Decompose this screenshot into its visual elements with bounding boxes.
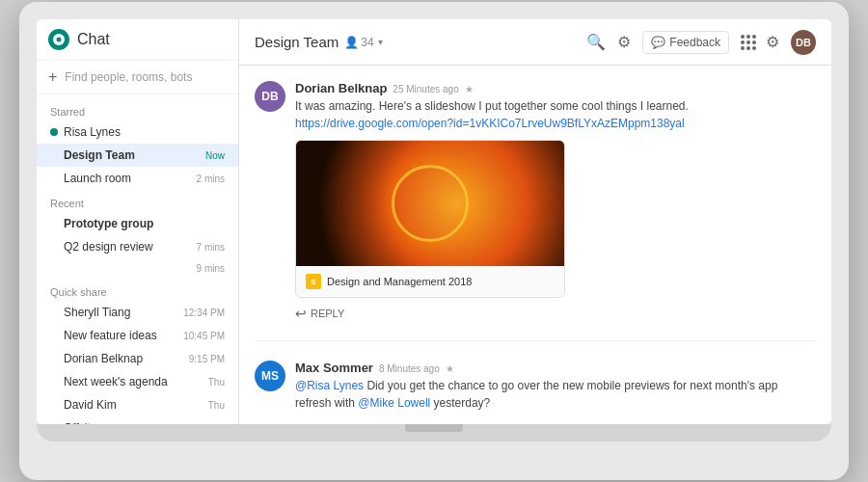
- sidebar-item-next-weeks-agenda[interactable]: Next week's agenda Thu: [37, 370, 238, 393]
- sidebar-search[interactable]: + Find people, rooms, bots: [37, 61, 238, 94]
- avatar: DB: [255, 81, 285, 112]
- sidebar-item-time: 9:15 PM: [189, 354, 225, 364]
- sidebar-item-time: Thu: [208, 400, 225, 411]
- message-group: MS Max Sommer 8 Minutes ago ★ @Risa Lyne…: [255, 361, 816, 412]
- message-sender: Max Sommer: [295, 361, 373, 375]
- mention: @Risa Lynes: [295, 379, 364, 392]
- settings-icon[interactable]: ⚙: [617, 33, 631, 51]
- message-header: Dorian Belknap 25 Minutes ago ★: [295, 81, 816, 95]
- message-link[interactable]: https://drive.google.com/open?id=1vKKICo…: [295, 117, 685, 130]
- sidebar-item-new-feature-ideas[interactable]: New feature ideas 10:45 PM: [37, 324, 238, 347]
- sidebar-item-time: 7 mins: [197, 242, 225, 253]
- message-time: 8 Minutes ago: [379, 363, 440, 374]
- attachment-footer: S Design and Management 2018: [296, 266, 564, 297]
- person-icon: 👤: [344, 36, 359, 49]
- sidebar-header: Chat: [37, 19, 238, 61]
- sidebar-item-q2-design-review[interactable]: Q2 design review 7 mins: [37, 235, 238, 258]
- star-icon[interactable]: ★: [446, 363, 454, 374]
- message-text: @Risa Lynes Did you get the chance to go…: [295, 377, 816, 412]
- sidebar-item-label: Dorian Belknap: [64, 352, 185, 365]
- sidebar-item-label: David Kim: [64, 398, 204, 412]
- sidebar-item-label: Launch room: [64, 172, 193, 185]
- member-count: 👤 34 ▾: [344, 36, 382, 49]
- sidebar-item-offsite-prep[interactable]: Offsite prep Wed: [37, 416, 238, 424]
- feedback-label: Feedback: [669, 36, 720, 49]
- reply-button[interactable]: ↩ REPLY: [295, 306, 816, 321]
- slides-icon: S: [306, 274, 321, 289]
- divider: [255, 340, 816, 341]
- sidebar: Chat + Find people, rooms, bots Starred …: [37, 19, 239, 424]
- image-attachment: S Design and Management 2018: [295, 140, 565, 298]
- mention: @Mike Lowell: [358, 396, 430, 410]
- sidebar-item-risa-lynes[interactable]: Risa Lynes: [37, 120, 238, 144]
- account-settings-icon[interactable]: ⚙: [766, 33, 779, 51]
- sidebar-item-design-team[interactable]: Design Team Now: [37, 144, 238, 167]
- topbar-actions: 🔍 ⚙ 💬 Feedback ⚙ DB: [586, 30, 816, 55]
- chat-logo-icon: [48, 29, 69, 50]
- sidebar-item-time: 9 mins: [197, 263, 225, 274]
- sidebar-item-time: 12:34 PM: [183, 308, 225, 318]
- laptop-bottom: [37, 424, 831, 442]
- feedback-chat-icon: 💬: [651, 36, 665, 49]
- sidebar-item-label: Risa Lynes: [64, 125, 225, 139]
- quick-share-section-label: Quick share: [37, 279, 238, 301]
- sidebar-content: Starred Risa Lynes Design Team Now Launc…: [37, 94, 238, 424]
- apps-grid-icon[interactable]: [741, 35, 754, 50]
- user-avatar[interactable]: DB: [791, 30, 816, 55]
- recent-section-label: Recent: [37, 190, 238, 212]
- message-text: It was amazing. Here's a slideshow I put…: [295, 97, 816, 132]
- sidebar-item-spacer[interactable]: 9 mins: [37, 258, 238, 279]
- image-preview: [296, 141, 564, 266]
- message-header: Max Sommer 8 Minutes ago ★: [295, 361, 816, 375]
- reply-label: REPLY: [311, 308, 344, 319]
- sidebar-item-david-kim[interactable]: David Kim Thu: [37, 393, 238, 416]
- sidebar-item-sheryll-tiang[interactable]: Sheryll Tiang 12:34 PM: [37, 301, 238, 324]
- chat-area: DB Dorian Belknap 25 Minutes ago ★ It wa…: [239, 66, 831, 424]
- sidebar-item-label: Prototype group: [64, 217, 225, 230]
- message-time: 25 Minutes ago: [393, 84, 458, 94]
- sidebar-item-time: Thu: [208, 377, 225, 388]
- message-content: Dorian Belknap 25 Minutes ago ★ It was a…: [295, 81, 816, 321]
- sidebar-item-time: Now: [205, 150, 225, 161]
- avatar: MS: [255, 361, 285, 391]
- sidebar-item-dorian-belknap[interactable]: Dorian Belknap 9:15 PM: [37, 347, 238, 370]
- sidebar-item-label: New feature ideas: [64, 329, 179, 342]
- message-sender: Dorian Belknap: [295, 81, 387, 95]
- dropdown-arrow[interactable]: ▾: [378, 37, 383, 47]
- reply-arrow-icon: ↩: [295, 306, 307, 321]
- room-name: Design Team: [255, 34, 339, 50]
- member-count-number: 34: [361, 36, 373, 49]
- main-content: Design Team 👤 34 ▾ 🔍 ⚙ 💬 Feedback: [239, 19, 831, 424]
- search-icon[interactable]: 🔍: [586, 33, 606, 51]
- sidebar-item-time: 2 mins: [197, 174, 225, 184]
- starred-section-label: Starred: [37, 98, 238, 120]
- online-dot: [50, 128, 58, 136]
- sidebar-item-label: Next week's agenda: [64, 375, 204, 388]
- star-icon[interactable]: ★: [465, 84, 474, 94]
- search-placeholder-text: Find people, rooms, bots: [65, 70, 192, 84]
- message-content: Max Sommer 8 Minutes ago ★ @Risa Lynes D…: [295, 361, 816, 412]
- sidebar-item-prototype-group[interactable]: Prototype group: [37, 212, 238, 235]
- message-group: DB Dorian Belknap 25 Minutes ago ★ It wa…: [255, 81, 816, 321]
- sidebar-item-label: Sheryll Tiang: [64, 306, 179, 319]
- app-title: Chat: [77, 31, 110, 48]
- attachment-name: Design and Management 2018: [327, 276, 472, 287]
- sidebar-item-label: Design Team: [64, 148, 202, 162]
- sidebar-item-time: 10:45 PM: [183, 331, 225, 341]
- image-preview-circle: [392, 165, 469, 242]
- sidebar-item-label: Q2 design review: [64, 240, 193, 254]
- topbar: Design Team 👤 34 ▾ 🔍 ⚙ 💬 Feedback: [239, 19, 831, 66]
- feedback-button[interactable]: 💬 Feedback: [642, 31, 729, 54]
- sidebar-item-launch-room[interactable]: Launch room 2 mins: [37, 167, 238, 190]
- add-icon: +: [48, 68, 57, 86]
